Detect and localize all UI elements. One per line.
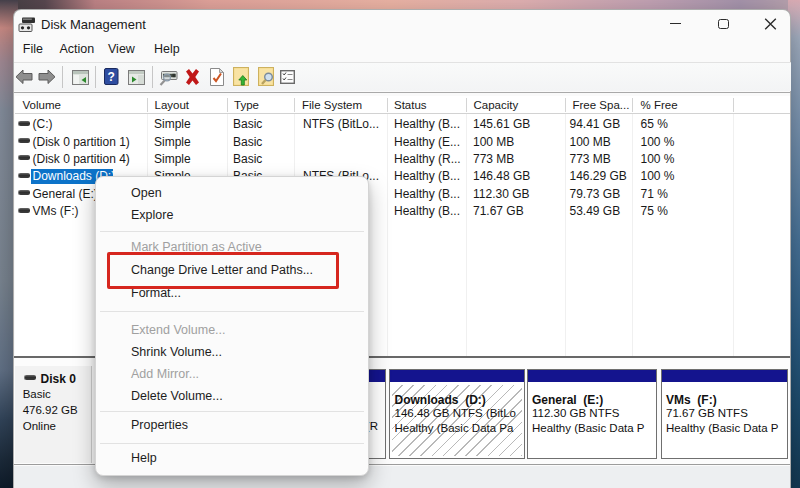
svg-text:?: ? xyxy=(108,70,115,84)
